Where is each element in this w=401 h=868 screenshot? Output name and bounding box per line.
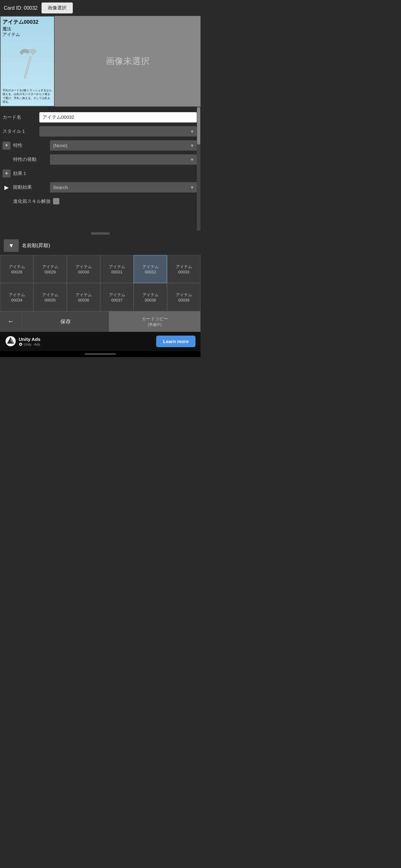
card-grid: アイテム00028 アイテム00029 アイテム00030 アイテム00031 … <box>0 255 201 311</box>
svg-rect-0 <box>24 57 31 79</box>
scrollbar-thumb <box>197 107 200 145</box>
ads-sub-label: Unity · Ads <box>19 342 40 346</box>
sort-bar: ▼ 名前順(昇順) <box>0 236 201 255</box>
grid-item-00029[interactable]: アイテム00029 <box>33 255 67 283</box>
card-name-row: カード名 <box>0 110 201 124</box>
drag-handle[interactable] <box>0 230 201 236</box>
grid-item-00031[interactable]: アイテム00031 <box>100 255 134 283</box>
style1-label: スタイル１ <box>2 128 37 134</box>
grid-item-00030[interactable]: アイテム00030 <box>67 255 100 283</box>
ads-brand-label: Unity Ads <box>19 337 40 342</box>
trait-trigger-select[interactable] <box>50 154 197 165</box>
card-description: 手札のカードを2枚トラッシュするなら使える。山札のモンスターから１枚まで選び、手… <box>2 88 52 104</box>
card-type1: 魔法 <box>2 26 52 32</box>
add-effect1-button[interactable]: + <box>2 169 11 178</box>
pickaxe-icon <box>13 45 41 80</box>
sort-dropdown-button[interactable]: ▼ <box>4 239 19 252</box>
drag-line <box>91 234 110 234</box>
style1-row: スタイル１ ▼ <box>0 124 201 138</box>
grid-item-00039[interactable]: アイテム00039 <box>167 283 201 311</box>
add-trait-button[interactable]: + <box>2 142 11 150</box>
bottom-buttons: ← 保存 カードコピー(準備中) <box>0 311 201 332</box>
trait-trigger-label: 特性の発動 <box>13 157 47 162</box>
card-header: Card ID: 00032 画像選択 <box>0 0 201 16</box>
passive-label: 能動効果 <box>13 184 47 190</box>
card-type2: アイテム <box>2 32 52 37</box>
form-spacer <box>0 208 201 227</box>
scrollbar-track[interactable] <box>197 106 201 230</box>
trait-row: + 特性 (None) ▼ <box>0 138 201 153</box>
save-button[interactable]: 保存 <box>22 312 109 332</box>
trait-select-wrapper: (None) ▼ <box>50 140 197 151</box>
no-image-area: 画像未選択 <box>55 16 201 106</box>
evolve-row: 進化前スキル解放 <box>0 194 201 208</box>
no-image-text: 画像未選択 <box>106 55 149 67</box>
evolve-label: 進化前スキル解放 <box>13 198 51 204</box>
copy-button[interactable]: カードコピー(準備中) <box>109 312 201 332</box>
ads-left: Unity Ads Unity · Ads <box>5 336 40 347</box>
passive-select-wrapper: Search ▼ <box>50 182 197 192</box>
card-name-input[interactable] <box>39 112 197 122</box>
evolve-checkbox[interactable] <box>53 198 59 204</box>
unity-small-icon <box>19 342 23 346</box>
card-image-area <box>2 39 52 87</box>
home-indicator <box>0 351 201 357</box>
unity-logo-icon <box>5 336 16 347</box>
trait-label: 特性 <box>13 143 47 148</box>
card-thumbnail-title: アイテム00032 <box>2 19 52 26</box>
ads-banner: Unity Ads Unity · Ads Learn more <box>0 332 201 351</box>
card-name-label: カード名 <box>2 114 37 120</box>
grid-item-00035[interactable]: アイテム00035 <box>33 283 67 311</box>
back-button[interactable]: ← <box>0 312 22 332</box>
trait-trigger-row: 特性の発動 ▼ <box>0 153 201 166</box>
passive-effect-row: ▶ 能動効果 Search ▼ <box>0 180 201 194</box>
grid-item-00033[interactable]: アイテム00033 <box>167 255 201 283</box>
play-button[interactable]: ▶ <box>2 183 11 191</box>
grid-item-00028[interactable]: アイテム00028 <box>0 255 33 283</box>
learn-more-button[interactable]: Learn more <box>156 336 196 347</box>
card-id-label: Card ID: 00032 <box>4 5 38 11</box>
form-area: カード名 スタイル１ ▼ + 特性 (None) ▼ 特性の発動 ▼ <box>0 106 201 230</box>
grid-item-00034[interactable]: アイテム00034 <box>0 283 33 311</box>
effect1-label: 効果１ <box>13 170 47 177</box>
grid-item-00032[interactable]: アイテム00032 <box>134 255 167 283</box>
ads-text-area: Unity Ads Unity · Ads <box>19 337 40 346</box>
passive-select[interactable]: Search <box>50 182 197 192</box>
card-thumbnail: アイテム00032 魔法 アイテム 手札のカードを2枚トラッシュするなら使える。… <box>0 16 55 106</box>
grid-item-00038[interactable]: アイテム00038 <box>134 283 167 311</box>
home-bar <box>85 353 116 354</box>
sort-label: 名前順(昇順) <box>22 243 50 249</box>
trait-trigger-select-wrapper: ▼ <box>50 154 197 165</box>
drag-line <box>91 232 110 233</box>
grid-item-00037[interactable]: アイテム00037 <box>100 283 134 311</box>
trait-select[interactable]: (None) <box>50 140 197 151</box>
style1-select[interactable] <box>39 126 197 136</box>
drag-lines <box>91 232 110 234</box>
grid-item-00036[interactable]: アイテム00036 <box>67 283 100 311</box>
card-preview-area: アイテム00032 魔法 アイテム 手札のカードを2枚トラッシュするなら使える。… <box>0 16 201 106</box>
image-select-button[interactable]: 画像選択 <box>41 2 73 13</box>
effect1-row: + 効果１ <box>0 166 201 180</box>
style1-select-wrapper: ▼ <box>39 126 197 136</box>
